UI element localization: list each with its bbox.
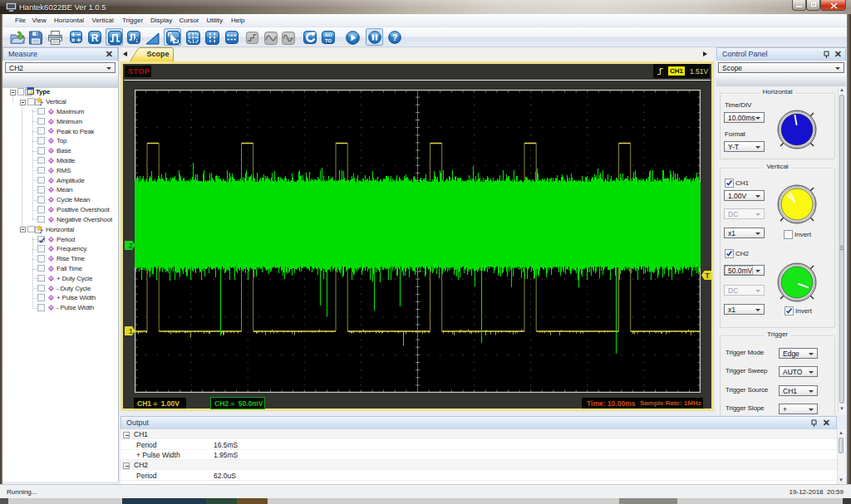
svg-text:AU: AU bbox=[324, 32, 331, 37]
svg-text:1: 1 bbox=[135, 38, 137, 43]
svg-text:T: T bbox=[706, 271, 711, 279]
svg-text:R: R bbox=[91, 32, 98, 44]
svg-text:1: 1 bbox=[129, 326, 133, 335]
svg-text:?: ? bbox=[392, 33, 397, 42]
svg-text:2: 2 bbox=[129, 241, 133, 249]
svg-text:TO: TO bbox=[325, 38, 332, 43]
